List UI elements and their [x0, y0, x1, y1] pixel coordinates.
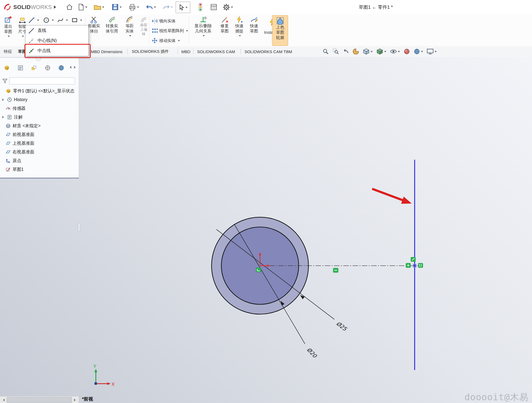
apply-scene-caret-icon[interactable] [421, 51, 423, 53]
select-tool-button[interactable] [176, 2, 190, 13]
zoom-to-fit-button[interactable] [322, 48, 329, 55]
print-caret-icon[interactable] [137, 7, 139, 9]
edit-appearance-button[interactable] [403, 48, 410, 55]
options-caret-icon[interactable] [231, 7, 233, 9]
new-document-caret-icon[interactable] [85, 7, 87, 9]
tree-item-front-plane[interactable]: 前视基准面 [0, 130, 79, 139]
scrollbar-thumb[interactable] [7, 397, 72, 403]
rapid-sketch-button[interactable]: 快速 草图 [247, 16, 261, 34]
smart-dimension-caret-icon[interactable] [22, 36, 24, 38]
open-caret-icon[interactable] [102, 7, 104, 9]
panel-splitter-handle[interactable] [78, 223, 81, 232]
tab-solidworks-cam[interactable]: SOLIDWORKS CAM [196, 46, 236, 57]
undo-button[interactable] [146, 2, 156, 12]
open-button[interactable] [94, 2, 104, 12]
offset-entities-caret-icon[interactable] [129, 35, 131, 38]
redo-button[interactable] [163, 2, 173, 12]
rectangle-tool-button[interactable] [71, 17, 82, 23]
options-button[interactable] [223, 2, 233, 12]
line-tool-button[interactable] [28, 17, 39, 23]
menu-flyout-arrow-icon[interactable] [54, 5, 58, 9]
linear-sketch-pattern-button[interactable]: 线性草图阵列 [151, 28, 188, 34]
linear-pattern-caret-icon[interactable] [186, 30, 188, 33]
tree-item-top-plane[interactable]: 上视基准面 [0, 139, 79, 148]
task-pane-button[interactable] [210, 2, 217, 12]
zoom-to-area-button[interactable] [332, 48, 339, 55]
previous-view-button[interactable] [343, 48, 349, 55]
section-view-button[interactable] [353, 48, 359, 55]
feature-manager-tab-icon[interactable] [4, 65, 10, 71]
repair-sketch-button[interactable]: 修复 草图 [218, 16, 231, 34]
view-settings-button[interactable] [427, 48, 437, 55]
surface-offset-button[interactable]: 曲面 上偏 移 [138, 17, 150, 36]
spline-tool-button[interactable] [57, 17, 68, 23]
print-button[interactable] [129, 2, 139, 12]
view-orientation-button[interactable] [363, 48, 373, 55]
select-caret-icon[interactable] [185, 7, 188, 9]
panel-scroll-right-icon[interactable] [74, 66, 77, 69]
menu-item-midpoint-line[interactable]: 中点线 [26, 46, 88, 56]
whats-wrong-button[interactable] [198, 2, 203, 12]
rectangle-tool-caret-icon[interactable] [80, 20, 82, 22]
offset-entities-button[interactable]: 等距 实体 [123, 16, 137, 38]
tab-features[interactable]: 特征 [3, 46, 13, 57]
display-delete-relations-button[interactable]: 显示/删除 几何关系 [191, 16, 216, 38]
menu-item-centerline[interactable]: 中心线(N) [26, 36, 88, 46]
home-button[interactable] [66, 2, 73, 12]
property-manager-tab-icon[interactable] [17, 65, 23, 71]
mirror-entities-button[interactable]: 镜向实体 [151, 18, 176, 24]
trim-entities-button[interactable]: 剪裁实 体(I) [87, 16, 101, 34]
scroll-left-button[interactable] [0, 397, 6, 403]
dimxpert-manager-tab-icon[interactable] [45, 65, 51, 71]
redo-caret-icon[interactable] [171, 7, 173, 9]
tree-item-origin[interactable]: 原点 [0, 156, 79, 165]
quick-snaps-caret-icon[interactable] [239, 35, 241, 38]
circle-tool-caret-icon[interactable] [52, 20, 54, 22]
exit-sketch-button[interactable]: 退出 草图 [2, 16, 15, 38]
move-entities-button[interactable]: 移动实体 [151, 38, 180, 44]
expand-arrow-icon[interactable] [2, 98, 5, 101]
display-style-caret-icon[interactable] [384, 51, 386, 53]
save-button[interactable] [112, 2, 122, 12]
undo-caret-icon[interactable] [154, 7, 156, 9]
tree-item-sketch1[interactable]: 草图1 [0, 165, 79, 174]
tree-item-history[interactable]: History [0, 95, 79, 104]
tab-mbd[interactable]: MBD [180, 46, 191, 57]
display-style-button[interactable] [376, 48, 386, 55]
tab-solidworks-addins[interactable]: SOLIDWORKS 插件 [131, 46, 170, 57]
move-entities-caret-icon[interactable] [178, 40, 180, 43]
tree-item-sensors[interactable]: 传感器 [0, 104, 79, 113]
filter-funnel-icon[interactable] [2, 78, 8, 84]
display-manager-tab-icon[interactable] [58, 65, 64, 71]
panel-scroll-left-icon[interactable] [68, 66, 71, 69]
line-tool-caret-icon[interactable] [37, 20, 39, 22]
new-document-button[interactable] [78, 2, 87, 12]
view-orientation-caret-icon[interactable] [371, 51, 373, 53]
exit-sketch-caret-icon[interactable] [8, 36, 10, 38]
tree-item-right-plane[interactable]: 右视基准面 [0, 148, 79, 156]
circle-tool-button[interactable] [43, 17, 54, 23]
expand-arrow-icon[interactable] [2, 116, 5, 119]
display-relations-caret-icon[interactable] [203, 35, 205, 38]
panel-collapse-handle[interactable] [36, 56, 41, 61]
tree-filter-input[interactable] [9, 77, 75, 84]
tab-mbd-dimensions[interactable]: MBD Dimensions [90, 46, 124, 57]
shaded-sketch-contours-button[interactable]: 上色 草图 轮廓 [272, 15, 288, 46]
tab-solidworks-cam-tbm[interactable]: SOLIDWORKS CAM TBM [243, 46, 293, 57]
quick-snaps-button[interactable]: 快速 捕捉 [233, 16, 246, 38]
apply-scene-button[interactable] [414, 48, 423, 55]
hide-show-caret-icon[interactable] [398, 51, 400, 53]
view-settings-caret-icon[interactable] [435, 51, 437, 53]
tree-item-material[interactable]: 材质 <未指定> [0, 122, 79, 130]
save-caret-icon[interactable] [120, 7, 122, 9]
configuration-manager-tab-icon[interactable] [31, 65, 37, 71]
menu-item-line[interactable]: 直线 [26, 26, 88, 36]
tree-root-item[interactable]: 零件1 (默认) <<默认>_显示状态 [0, 87, 79, 95]
spline-tool-caret-icon[interactable] [66, 20, 68, 22]
hide-show-items-button[interactable] [390, 49, 400, 54]
tree-horizontal-scrollbar[interactable] [0, 396, 79, 403]
scroll-right-icon [74, 399, 77, 401]
tree-item-annotations[interactable]: 注解 [0, 113, 79, 122]
convert-entities-button[interactable]: 转换实 体引用 [103, 16, 121, 34]
scroll-right-button[interactable] [72, 397, 79, 403]
